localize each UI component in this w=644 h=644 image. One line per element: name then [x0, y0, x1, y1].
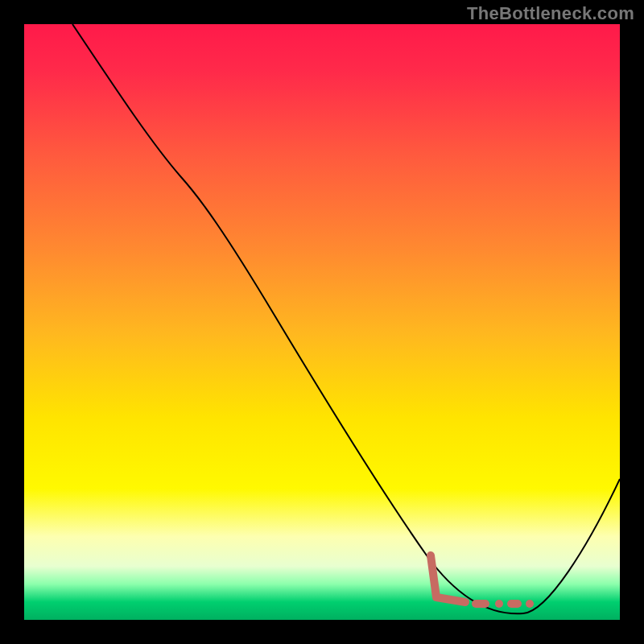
marker-dots [472, 600, 534, 608]
marker-L [431, 555, 465, 602]
svg-point-1 [495, 600, 503, 608]
svg-point-3 [526, 600, 534, 608]
svg-rect-2 [507, 600, 522, 608]
curve-main [72, 24, 620, 613]
chart-plot-area [24, 24, 620, 620]
chart-svg-layer [24, 24, 620, 620]
attribution-text: TheBottleneck.com [467, 3, 634, 24]
svg-rect-0 [472, 600, 489, 608]
